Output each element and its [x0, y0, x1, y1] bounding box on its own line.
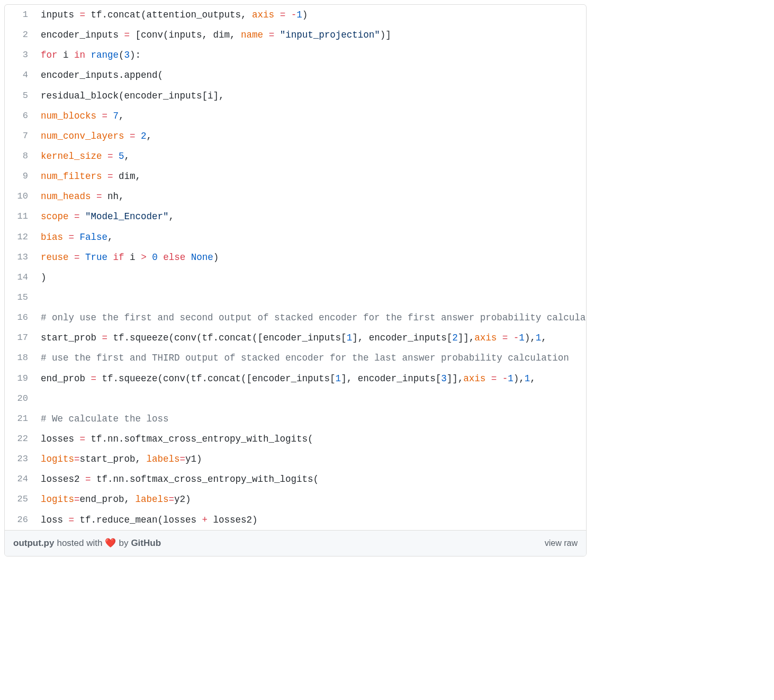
heart-icon: ❤️: [105, 539, 116, 548]
code-scroll-area[interactable]: 1 inputs = tf.concat(attention_outputs, …: [5, 5, 586, 530]
line-number[interactable]: 17: [5, 328, 35, 348]
gist-meta-left: output.py hosted with ❤️ by GitHub: [13, 538, 161, 549]
line-content[interactable]: logits=start_prob, labels=y1): [35, 449, 586, 469]
line-number[interactable]: 22: [5, 429, 35, 449]
code-line: 13 reuse = True if i > 0 else None): [5, 247, 586, 267]
line-number[interactable]: 9: [5, 166, 35, 186]
code-line: 22 losses = tf.nn.softmax_cross_entropy_…: [5, 429, 586, 449]
code-line: 23 logits=start_prob, labels=y1): [5, 449, 586, 469]
line-content[interactable]: ): [35, 267, 586, 288]
line-content[interactable]: for i in range(3):: [35, 45, 586, 65]
line-number[interactable]: 21: [5, 409, 35, 429]
line-content[interactable]: [35, 389, 586, 409]
line-content[interactable]: reuse = True if i > 0 else None): [35, 247, 586, 267]
code-line: 11 scope = "Model_Encoder",: [5, 207, 586, 227]
gist-filename-link[interactable]: output.py: [13, 538, 54, 549]
line-number[interactable]: 18: [5, 348, 35, 368]
code-line: 20: [5, 389, 586, 409]
code-line: 19 end_prob = tf.squeeze(conv(tf.concat(…: [5, 369, 586, 389]
line-content[interactable]: logits=end_prob, labels=y2): [35, 489, 586, 509]
line-number[interactable]: 15: [5, 288, 35, 308]
code-line: 16 # only use the first and second outpu…: [5, 308, 586, 328]
line-content[interactable]: num_filters = dim,: [35, 166, 586, 186]
line-number[interactable]: 20: [5, 389, 35, 409]
line-content[interactable]: encoder_inputs = [conv(inputs, dim, name…: [35, 25, 586, 45]
code-line: 4 encoder_inputs.append(: [5, 65, 586, 85]
line-number[interactable]: 11: [5, 207, 35, 227]
line-content[interactable]: end_prob = tf.squeeze(conv(tf.concat([en…: [35, 369, 586, 389]
line-content[interactable]: scope = "Model_Encoder",: [35, 207, 586, 227]
line-number[interactable]: 19: [5, 369, 35, 389]
code-line: 2 encoder_inputs = [conv(inputs, dim, na…: [5, 25, 586, 45]
line-number[interactable]: 1: [5, 5, 35, 25]
line-content[interactable]: start_prob = tf.squeeze(conv(tf.concat([…: [35, 328, 586, 348]
gist-meta-bar: output.py hosted with ❤️ by GitHub view …: [5, 530, 586, 556]
code-line: 6 num_blocks = 7,: [5, 106, 586, 126]
code-line: 9 num_filters = dim,: [5, 166, 586, 186]
line-number[interactable]: 16: [5, 308, 35, 328]
line-number[interactable]: 7: [5, 126, 35, 146]
github-link[interactable]: GitHub: [131, 538, 161, 549]
line-content[interactable]: # use the first and THIRD output of stac…: [35, 348, 586, 368]
view-raw-link[interactable]: view raw: [545, 539, 578, 548]
code-table: 1 inputs = tf.concat(attention_outputs, …: [5, 5, 586, 530]
by-text: by: [119, 538, 128, 549]
hosted-with-text: hosted with: [57, 538, 102, 549]
code-line: 14 ): [5, 267, 586, 288]
line-content[interactable]: bias = False,: [35, 227, 586, 247]
line-number[interactable]: 26: [5, 510, 35, 530]
code-line: 10 num_heads = nh,: [5, 186, 586, 207]
code-line: 25 logits=end_prob, labels=y2): [5, 489, 586, 509]
code-line: 8 kernel_size = 5,: [5, 146, 586, 166]
code-line: 17 start_prob = tf.squeeze(conv(tf.conca…: [5, 328, 586, 348]
code-line: 3 for i in range(3):: [5, 45, 586, 65]
line-content[interactable]: num_conv_layers = 2,: [35, 126, 586, 146]
code-line: 24 losses2 = tf.nn.softmax_cross_entropy…: [5, 469, 586, 489]
line-number[interactable]: 8: [5, 146, 35, 166]
line-content[interactable]: losses = tf.nn.softmax_cross_entropy_wit…: [35, 429, 586, 449]
line-content[interactable]: # only use the first and second output o…: [35, 308, 586, 328]
line-number[interactable]: 13: [5, 247, 35, 267]
line-number[interactable]: 14: [5, 267, 35, 288]
line-number[interactable]: 5: [5, 86, 35, 106]
line-content[interactable]: num_blocks = 7,: [35, 106, 586, 126]
line-content[interactable]: num_heads = nh,: [35, 186, 586, 207]
line-content[interactable]: inputs = tf.concat(attention_outputs, ax…: [35, 5, 586, 25]
line-content[interactable]: # We calculate the loss: [35, 409, 586, 429]
line-content[interactable]: kernel_size = 5,: [35, 146, 586, 166]
line-number[interactable]: 4: [5, 65, 35, 85]
code-line: 1 inputs = tf.concat(attention_outputs, …: [5, 5, 586, 25]
gist-container: 1 inputs = tf.concat(attention_outputs, …: [4, 4, 587, 557]
code-line: 12 bias = False,: [5, 227, 586, 247]
line-content[interactable]: encoder_inputs.append(: [35, 65, 586, 85]
line-number[interactable]: 3: [5, 45, 35, 65]
line-number[interactable]: 24: [5, 469, 35, 489]
line-content[interactable]: losses2 = tf.nn.softmax_cross_entropy_wi…: [35, 469, 586, 489]
line-number[interactable]: 2: [5, 25, 35, 45]
code-line: 26 loss = tf.reduce_mean(losses + losses…: [5, 510, 586, 530]
code-line: 18 # use the first and THIRD output of s…: [5, 348, 586, 368]
line-number[interactable]: 23: [5, 449, 35, 469]
code-line: 15: [5, 288, 586, 308]
code-line: 21 # We calculate the loss: [5, 409, 586, 429]
line-content[interactable]: loss = tf.reduce_mean(losses + losses2): [35, 510, 586, 530]
line-number[interactable]: 25: [5, 489, 35, 509]
code-line: 5 residual_block(encoder_inputs[i],: [5, 86, 586, 106]
line-number[interactable]: 6: [5, 106, 35, 126]
line-number[interactable]: 10: [5, 186, 35, 207]
line-content[interactable]: [35, 288, 586, 308]
line-content[interactable]: residual_block(encoder_inputs[i],: [35, 86, 586, 106]
line-number[interactable]: 12: [5, 227, 35, 247]
code-line: 7 num_conv_layers = 2,: [5, 126, 586, 146]
